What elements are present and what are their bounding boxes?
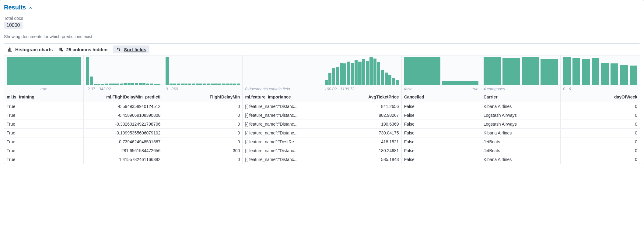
histogram-bar (611, 63, 618, 85)
histogram-bar (120, 84, 123, 85)
sort-fields-label: Sort fields (124, 47, 146, 52)
histogram-caption: true (7, 87, 81, 91)
histogram-caption: -2.37 - 343.02 (86, 87, 160, 91)
table-cell: 0 (561, 111, 640, 120)
table-cell: True (4, 155, 84, 164)
table-cell: 841.2656 (322, 102, 402, 111)
table-cell: Logstash Airways (481, 120, 561, 128)
histogram-bar (541, 59, 558, 85)
column-histogram: 0 - 6 (561, 55, 640, 93)
histogram-bar (328, 73, 331, 85)
histogram-bar (146, 84, 149, 85)
column-histogram: 4 categories (481, 55, 561, 93)
table-cell: 1.4155782461166382 (84, 155, 163, 164)
table-cell: 0 (561, 155, 640, 164)
table-row[interactable]: True-0.332601249217987060[{"feature_name… (4, 120, 640, 129)
sort-updown-icon (116, 47, 121, 52)
column-header[interactable]: FlightDelayMin (163, 93, 243, 102)
table-cell: True (4, 111, 84, 120)
histogram-bar (522, 57, 539, 85)
histogram-bar (343, 63, 346, 85)
histogram-bar (385, 73, 388, 85)
histogram-bar (229, 84, 233, 85)
table-cell: -0.4589669108390808 (84, 111, 163, 120)
histogram-caption-left: false (404, 87, 412, 91)
histogram-bar (362, 59, 365, 85)
histogram-bar (196, 84, 199, 85)
data-table: Histogram charts 25 columns hidden Sort … (4, 43, 640, 164)
histogram-bar (336, 67, 339, 85)
results-title: Results (4, 4, 26, 11)
table-row[interactable]: True-0.59493589401245120[{"feature_name"… (4, 102, 640, 111)
column-header[interactable]: dayOfWeek (561, 93, 640, 102)
table-row[interactable]: True-0.199953556060791020[{"feature_name… (4, 129, 640, 138)
histogram-bar (105, 84, 108, 85)
histogram-bar (97, 84, 100, 85)
table-cell: 0 (561, 120, 640, 128)
histogram-bar (170, 84, 173, 85)
table-cell: [{"feature_name":"Distanc... (243, 129, 322, 137)
total-docs-value: 10000 (4, 22, 23, 29)
results-panel: Results Total docs 10000 Showing documen… (0, 0, 644, 164)
histogram-bar (112, 84, 115, 85)
column-histogram: 0 documents contain field. (243, 55, 322, 93)
table-cell: [{"feature_name":"Distanc... (243, 120, 322, 128)
histogram-bar (109, 84, 112, 85)
table-cell: 730.04175 (322, 129, 402, 137)
table-cell: Kibana Airlines (481, 129, 561, 137)
column-header[interactable]: Carrier (481, 93, 561, 102)
histogram-bar (128, 83, 131, 85)
columns-hidden-button[interactable]: 25 columns hidden (58, 47, 107, 52)
histogram-bar (381, 70, 384, 85)
histogram-bar (355, 60, 358, 85)
histogram-chart (404, 57, 478, 85)
table-row[interactable]: True-0.73946249485015870[{"feature_name"… (4, 138, 640, 146)
column-header[interactable]: ml.is_training (4, 93, 84, 102)
column-header[interactable]: AvgTicketPrice (322, 93, 402, 102)
table-cell: Kibana Airlines (481, 155, 561, 164)
table-cell: -0.7394624948501587 (84, 138, 163, 146)
histogram-chart (245, 57, 319, 85)
table-cell: False (402, 102, 481, 111)
histogram-chart (563, 57, 637, 85)
histogram-chart (166, 57, 240, 85)
histogram-bar (396, 80, 399, 85)
histogram-bar (563, 57, 571, 85)
histogram-bar (188, 84, 191, 85)
table-cell: 281.6561584472656 (84, 146, 163, 155)
histogram-bar (601, 63, 609, 85)
sort-fields-button[interactable]: Sort fields (113, 45, 149, 53)
column-header[interactable]: ml.FlightDelayMin_predicti (84, 93, 163, 102)
histogram-bar (502, 58, 520, 85)
histogram-caption: 100.02 - 1199.73 (325, 87, 399, 91)
histogram-bar (7, 57, 81, 85)
columns-hidden-label: 25 columns hidden (66, 47, 107, 52)
table-row[interactable]: True-0.45896691083908080[{"feature_name"… (4, 111, 640, 120)
histogram-bar (211, 84, 214, 85)
histogram-caption: 0 - 360 (166, 87, 240, 91)
table-cell: Kibana Airlines (481, 102, 561, 111)
table-row[interactable]: True1.41557824611663820[{"feature_name":… (4, 155, 640, 164)
table-cell: 180.24681 (322, 146, 402, 155)
table-cell: 0 (163, 129, 243, 137)
histogram-charts-button[interactable]: Histogram charts (7, 47, 53, 52)
histogram-bar (218, 84, 221, 85)
results-header-toggle[interactable]: Results (4, 4, 640, 11)
histogram-chart (7, 57, 81, 85)
chevron-up-icon (28, 5, 33, 10)
table-cell: Logstash Airways (481, 111, 561, 120)
table-cell: [{"feature_name":"Distanc... (243, 155, 322, 164)
table-row[interactable]: True281.6561584472656300[{"feature_name"… (4, 146, 640, 155)
table-cell: False (402, 111, 481, 120)
table-cell: JetBeats (481, 146, 561, 155)
table-cell: [{"feature_name":"DestRe... (243, 138, 322, 146)
histogram-bar (582, 59, 590, 85)
histogram-bar (184, 84, 187, 85)
histogram-bar (157, 84, 160, 85)
histogram-bar (332, 68, 335, 85)
column-histogram: -2.37 - 343.02 (84, 55, 163, 93)
column-header[interactable]: Cancelled (402, 93, 481, 102)
histogram-bar (366, 61, 369, 85)
column-histogram: 0 - 360 (163, 55, 243, 93)
column-header[interactable]: ml.feature_importance (243, 93, 322, 102)
